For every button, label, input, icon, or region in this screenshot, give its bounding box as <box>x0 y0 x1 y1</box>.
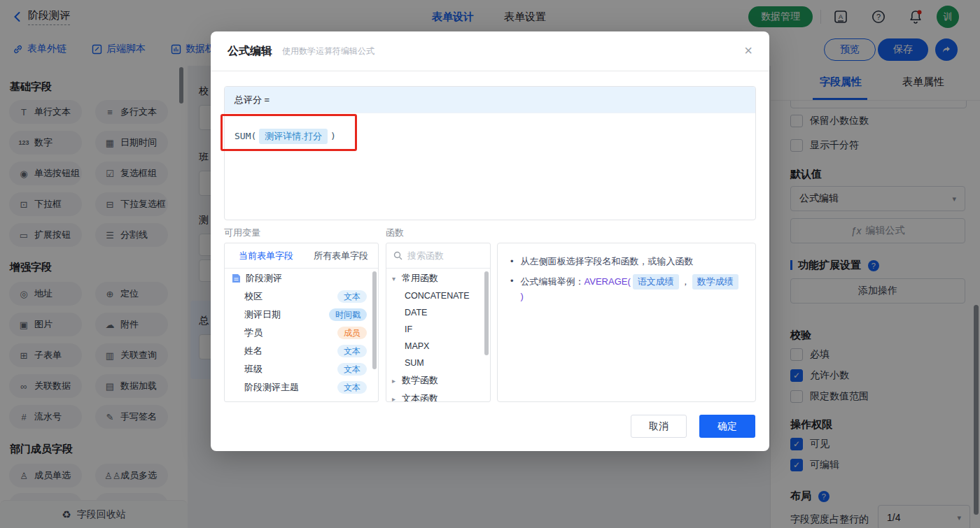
caret-down-icon: ▾ <box>392 275 399 283</box>
example-field-pill: 语文成绩 <box>633 274 679 290</box>
caret-right-icon: ▸ <box>392 395 399 403</box>
formula-function-open: SUM( <box>234 131 256 141</box>
variable-field-row[interactable]: 阶段测评主题文本 <box>225 378 378 397</box>
help-tip-2: • 公式编辑举例：AVERAGE(语文成绩，数学成绩) <box>510 274 743 304</box>
variable-field-row[interactable]: 校区文本 <box>225 287 378 306</box>
function-item[interactable]: IF <box>386 321 490 338</box>
functions-panel: 搜索函数 ▾常用函数 CONCATENATE DATE IF MAPX SUM … <box>386 243 491 402</box>
form-designer-app: 阶段测评 表单设计 表单设置 数据管理 A ? 训 表单外链 后端脚本 数据权限… <box>0 0 980 528</box>
confirm-button[interactable]: 确定 <box>699 415 755 438</box>
search-icon <box>393 251 402 260</box>
variable-field-row[interactable]: 学员成员 <box>225 324 378 342</box>
field-type-tag: 文本 <box>337 290 367 303</box>
formula-edit-dialog: 公式编辑 使用数学运算符编辑公式 × 总评分 = SUM(测评详情.打分) 可用… <box>211 31 769 451</box>
cancel-button[interactable]: 取消 <box>631 415 687 438</box>
variables-label: 可用变量 <box>224 227 260 239</box>
variables-scrollbar[interactable] <box>372 271 377 369</box>
function-group-text[interactable]: ▸文本函数 <box>386 390 490 402</box>
search-placeholder: 搜索函数 <box>407 250 444 262</box>
dialog-subtitle: 使用数学运算符编辑公式 <box>282 45 374 57</box>
formula-expression[interactable]: SUM(测评详情.打分) <box>225 113 755 144</box>
function-group-common[interactable]: ▾常用函数 <box>386 269 490 287</box>
variables-tabs: 当前表单字段 所有表单字段 <box>225 243 378 269</box>
example-function-name: AVERAGE( <box>584 276 631 287</box>
field-type-tag: 文本 <box>337 363 367 376</box>
tab-current-form-fields[interactable]: 当前表单字段 <box>239 250 293 262</box>
function-item[interactable]: DATE <box>386 304 490 321</box>
example-field-pill: 数学成绩 <box>692 274 738 290</box>
functions-label: 函数 <box>386 227 404 239</box>
field-type-tag: 时间戳 <box>329 308 367 321</box>
form-doc-icon <box>232 273 241 283</box>
function-item[interactable]: SUM <box>386 355 490 371</box>
function-item[interactable]: CONCATENATE <box>386 287 490 304</box>
help-tip-1: • 从左侧面板选择字段名和函数，或输入函数 <box>510 255 743 269</box>
function-item[interactable]: MAPX <box>386 338 490 355</box>
function-group-math[interactable]: ▸数学函数 <box>386 371 490 390</box>
example-function-close: ) <box>521 291 524 301</box>
bullet: • <box>510 255 514 269</box>
functions-scrollbar[interactable] <box>484 271 489 355</box>
tree-root-form[interactable]: 阶段测评 <box>225 269 378 287</box>
bullet: • <box>510 274 514 288</box>
dialog-title: 公式编辑 <box>227 44 272 59</box>
field-type-tag: 成员 <box>337 327 367 339</box>
formula-field-pill[interactable]: 测评详情.打分 <box>259 129 328 144</box>
tab-all-form-fields[interactable]: 所有表单字段 <box>314 250 368 262</box>
formula-editor[interactable]: 总评分 = SUM(测评详情.打分) <box>224 86 756 220</box>
formula-help-panel: • 从左侧面板选择字段名和函数，或输入函数 • 公式编辑举例：AVERAGE(语… <box>497 243 756 402</box>
formula-target: 总评分 = <box>225 87 755 113</box>
caret-right-icon: ▸ <box>392 377 399 385</box>
variable-field-row[interactable]: 班级文本 <box>225 360 378 378</box>
variables-panel: 当前表单字段 所有表单字段 阶段测评 校区文本 测评日期时间戳 学员成员 姓名文… <box>224 243 379 402</box>
formula-function-close: ) <box>330 131 336 141</box>
variable-field-row[interactable]: 测评日期时间戳 <box>225 306 378 324</box>
dialog-header: 公式编辑 使用数学运算符编辑公式 × <box>211 31 769 71</box>
function-search-input[interactable]: 搜索函数 <box>386 243 490 269</box>
variable-field-row[interactable]: 姓名文本 <box>225 342 378 360</box>
close-icon[interactable]: × <box>744 43 752 57</box>
field-type-tag: 文本 <box>337 345 367 357</box>
field-type-tag: 文本 <box>337 381 367 394</box>
